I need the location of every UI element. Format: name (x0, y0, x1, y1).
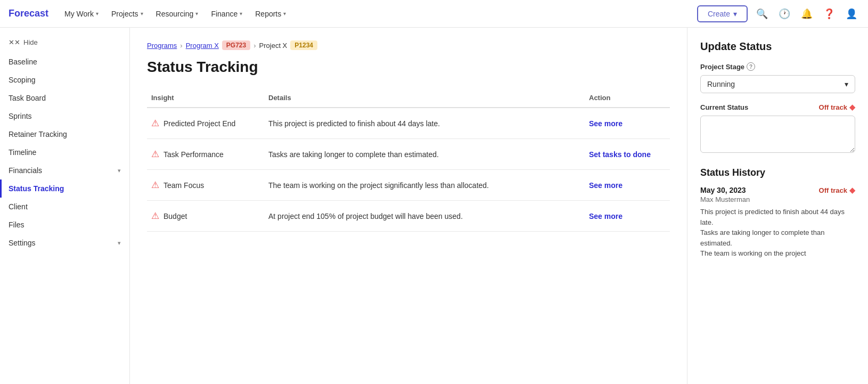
action-cell: Set tasks to done (585, 139, 670, 170)
chevron-down-icon: ▾ (733, 10, 737, 18)
history-container: May 30, 2023 Off track ◆ Max Musterman T… (700, 186, 855, 259)
chevron-down-icon: ▾ (283, 11, 286, 17)
hide-button[interactable]: ✕✕ Hide (0, 34, 129, 51)
current-status-label: Current Status (700, 103, 748, 111)
chevron-down-icon: ▾ (240, 11, 242, 17)
nav-projects[interactable]: Projects ▾ (106, 6, 149, 21)
status-history-title: Status History (700, 167, 855, 178)
history-diamond-icon: ◆ (849, 186, 855, 194)
sidebar-item-baseline[interactable]: Baseline (0, 53, 129, 71)
sidebar-item-financials[interactable]: Financials ▾ (0, 161, 129, 179)
action-link[interactable]: See more (589, 119, 623, 128)
warning-icon: ⚠ (151, 179, 159, 191)
off-track-diamond-icon: ◆ (849, 103, 855, 111)
help-icon[interactable]: ❓ (821, 6, 837, 22)
breadcrumb-programs-link[interactable]: Programs (147, 42, 177, 50)
action-cell: See more (585, 201, 670, 232)
collapse-icon: ✕✕ (9, 38, 20, 46)
help-icon[interactable]: ? (747, 62, 755, 71)
pg723-badge: PG723 (222, 40, 250, 50)
sidebar-item-settings[interactable]: Settings ▾ (0, 234, 129, 252)
details-cell: This project is predicted to finish abou… (264, 108, 585, 139)
table-row: ⚠ Team Focus The team is working on the … (147, 170, 670, 201)
status-textarea[interactable] (700, 116, 855, 153)
update-status-title: Update Status (700, 40, 855, 53)
chevron-down-icon: ▾ (845, 80, 848, 88)
history-date: May 30, 2023 (700, 186, 746, 194)
page-layout: ✕✕ Hide Baseline Scoping Task Board Spri… (0, 28, 868, 384)
warning-icon: ⚠ (151, 118, 159, 129)
nav-finance[interactable]: Finance ▾ (206, 6, 248, 21)
breadcrumb-program-x-link[interactable]: Program X (186, 42, 219, 50)
sidebar-item-retainer-tracking[interactable]: Retainer Tracking (0, 125, 129, 143)
project-stage-select[interactable]: Running ▾ (700, 75, 855, 93)
chevron-down-icon: ▾ (118, 240, 121, 247)
topnav-right-actions: Create ▾ 🔍 🕐 🔔 ❓ 👤 (697, 5, 859, 22)
nav-reports[interactable]: Reports ▾ (250, 6, 291, 21)
sidebar-item-timeline[interactable]: Timeline (0, 143, 129, 161)
action-cell: See more (585, 170, 670, 201)
history-user: Max Musterman (700, 195, 855, 203)
off-track-badge: Off track ◆ (819, 103, 855, 111)
details-cell: The team is working on the project signi… (264, 170, 585, 201)
insight-label: Predicted Project End (163, 119, 235, 128)
insight-cell: ⚠ Team Focus (151, 179, 260, 191)
action-link[interactable]: See more (589, 212, 623, 220)
insight-label: Task Performance (163, 150, 224, 159)
right-panel: Update Status Project Stage ? Running ▾ … (687, 28, 868, 384)
sidebar: ✕✕ Hide Baseline Scoping Task Board Spri… (0, 28, 130, 384)
p1234-badge: P1234 (290, 40, 317, 50)
action-link[interactable]: See more (589, 181, 623, 190)
sidebar-item-files[interactable]: Files (0, 216, 129, 234)
nav-my-work[interactable]: My Work ▾ (59, 6, 104, 21)
main-content: Programs › Program X PG723 › Project X P… (130, 28, 687, 384)
insights-table: Insight Details Action ⚠ Predicted Proje… (147, 88, 670, 232)
breadcrumb-sep: › (180, 42, 182, 50)
search-icon[interactable]: 🔍 (754, 6, 770, 22)
insight-label: Team Focus (163, 181, 204, 190)
sidebar-item-scoping[interactable]: Scoping (0, 71, 129, 89)
history-item: May 30, 2023 Off track ◆ Max Musterman T… (700, 186, 855, 259)
col-header-details: Details (264, 88, 585, 108)
action-cell: See more (585, 108, 670, 139)
breadcrumb-sep2: › (253, 42, 256, 50)
insight-label: Budget (163, 212, 187, 220)
details-cell: At project end 105% of project budget wi… (264, 201, 585, 232)
history-off-track-badge: Off track ◆ (819, 186, 855, 194)
insight-cell: ⚠ Task Performance (151, 149, 260, 160)
breadcrumb-project-x: Project X (259, 42, 288, 50)
details-cell: Tasks are taking longer to complete than… (264, 139, 585, 170)
project-stage-label: Project Stage ? (700, 62, 855, 71)
sidebar-item-status-tracking[interactable]: Status Tracking (0, 179, 129, 198)
col-header-action: Action (585, 88, 670, 108)
sidebar-item-task-board[interactable]: Task Board (0, 89, 129, 107)
create-button[interactable]: Create ▾ (697, 5, 748, 22)
col-header-insight: Insight (147, 88, 264, 108)
clock-icon[interactable]: 🕐 (776, 6, 792, 22)
sidebar-item-client[interactable]: Client (0, 198, 129, 216)
chevron-down-icon: ▾ (141, 11, 143, 17)
history-text: This project is predicted to finish abou… (700, 207, 855, 259)
current-status-row: Current Status Off track ◆ (700, 103, 855, 111)
history-item-header: May 30, 2023 Off track ◆ (700, 186, 855, 194)
chevron-down-icon: ▾ (118, 167, 121, 174)
table-row: ⚠ Predicted Project End This project is … (147, 108, 670, 139)
history-status-label: Off track (819, 186, 847, 194)
bell-icon[interactable]: 🔔 (799, 6, 815, 22)
insight-cell: ⚠ Predicted Project End (151, 118, 260, 129)
table-row: ⚠ Budget At project end 105% of project … (147, 201, 670, 232)
chevron-down-icon: ▾ (96, 11, 99, 17)
sidebar-item-sprints[interactable]: Sprints (0, 107, 129, 125)
action-link[interactable]: Set tasks to done (589, 150, 651, 159)
chevron-down-icon: ▾ (195, 11, 198, 17)
top-navigation: Forecast My Work ▾ Projects ▾ Resourcing… (0, 0, 868, 28)
breadcrumb: Programs › Program X PG723 › Project X P… (147, 40, 670, 50)
warning-icon: ⚠ (151, 210, 159, 222)
table-row: ⚠ Task Performance Tasks are taking long… (147, 139, 670, 170)
warning-icon: ⚠ (151, 149, 159, 160)
insight-cell: ⚠ Budget (151, 210, 260, 222)
nav-resourcing[interactable]: Resourcing ▾ (151, 6, 204, 21)
user-avatar[interactable]: 👤 (844, 6, 859, 22)
page-title: Status Tracking (147, 59, 670, 76)
brand-logo[interactable]: Forecast (9, 8, 48, 19)
